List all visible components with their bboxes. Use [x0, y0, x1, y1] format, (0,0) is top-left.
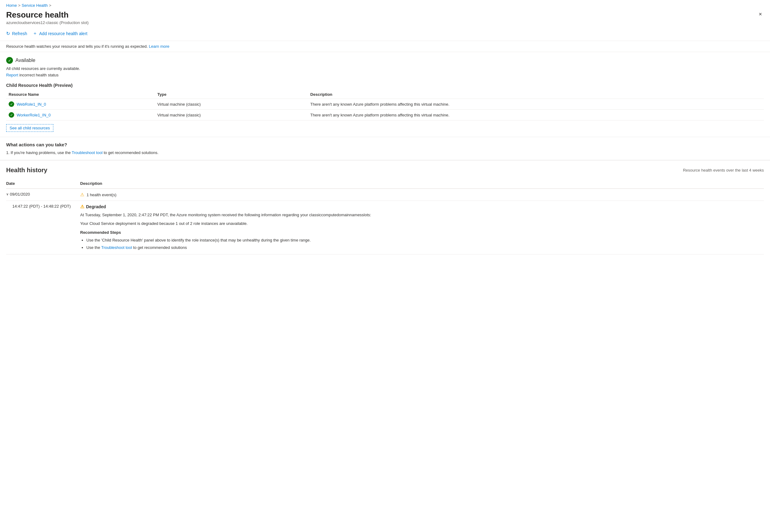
- desc-line2: Your Cloud Service deployment is degrade…: [80, 221, 764, 227]
- row-status-icon: ✓: [9, 112, 14, 118]
- chevron-down-icon: ∨: [6, 192, 9, 196]
- history-event-cell: ⚠ 1 health event(s): [80, 189, 764, 201]
- health-history-section: Health history Resource health events ov…: [0, 160, 770, 254]
- history-detail-row: 14:47:22 (PDT) - 14:48:22 (PDT) ⚠ Degrad…: [6, 201, 764, 254]
- status-label: Available: [15, 58, 35, 63]
- status-icon: ✓: [6, 57, 13, 64]
- resource-name-cell: ✓ WorkerRole1_IN_0: [6, 110, 155, 120]
- breadcrumb-sep1: >: [18, 3, 21, 8]
- history-table: Date Description ∨ 09/01/2020 ⚠ 1 health…: [6, 179, 764, 254]
- refresh-label: Refresh: [12, 31, 27, 36]
- status-available: ✓ Available: [6, 57, 764, 64]
- resource-name-cell: ✓ WebRole1_IN_0: [6, 99, 155, 110]
- breadcrumb-sep2: >: [49, 3, 51, 8]
- col-resource-name: Resource Name: [6, 90, 155, 99]
- table-row: ✓ WebRole1_IN_0 Virtual machine (classic…: [6, 99, 764, 110]
- table-row: ✓ WorkerRole1_IN_0 Virtual machine (clas…: [6, 110, 764, 120]
- action-suffix: to get recommended solutions.: [103, 150, 158, 155]
- breadcrumb: Home > Service Health >: [0, 0, 770, 9]
- breadcrumb-home[interactable]: Home: [6, 3, 17, 8]
- add-alert-button[interactable]: ＋ Add resource health alert: [33, 29, 90, 38]
- report-link[interactable]: Report: [6, 73, 18, 77]
- see-all-button[interactable]: See all child resources: [6, 124, 53, 132]
- resource-type-cell: Virtual machine (classic): [155, 110, 308, 120]
- add-alert-label: Add resource health alert: [39, 31, 87, 36]
- toolbar: ↻ Refresh ＋ Add resource health alert: [0, 27, 770, 41]
- history-col-date: Date: [6, 179, 80, 189]
- step-item: Use the Troubleshoot tool to get recomme…: [86, 244, 764, 251]
- history-date-row: ∨ 09/01/2020 ⚠ 1 health event(s): [6, 189, 764, 201]
- alert-icon: ⚠: [80, 204, 84, 209]
- resource-desc-cell: There aren't any known Azure platform pr…: [308, 110, 764, 120]
- resource-name-link[interactable]: WebRole1_IN_0: [17, 102, 46, 107]
- history-time-range: 14:47:22 (PDT) - 14:48:22 (PDT): [6, 201, 80, 254]
- step-item: Use the 'Child Resource Health' panel ab…: [86, 237, 764, 244]
- action-prefix: 1. If you're having problems, use the: [6, 150, 72, 155]
- history-date-cell: ∨ 09/01/2020: [6, 189, 80, 201]
- refresh-button[interactable]: ↻ Refresh: [6, 30, 30, 38]
- child-resource-section: Child Resource Health (Preview) Resource…: [0, 80, 770, 120]
- report-row: Report incorrect health status: [6, 73, 764, 77]
- history-title: Health history: [6, 167, 47, 174]
- steps-list: Use the 'Child Resource Health' panel ab…: [80, 237, 764, 251]
- row-status-icon: ✓: [9, 101, 14, 107]
- report-suffix: incorrect health status: [19, 73, 59, 77]
- close-button[interactable]: ×: [757, 10, 764, 18]
- troubleshoot-link-2[interactable]: Troubleshoot tool: [101, 245, 132, 250]
- info-bar: Resource health watches your resource an…: [0, 41, 770, 52]
- resource-subtitle: azurecloudservices12-classic (Production…: [6, 20, 88, 25]
- page-title: Resource health: [6, 10, 88, 20]
- history-date: 09/01/2020: [10, 192, 30, 197]
- breadcrumb-service-health[interactable]: Service Health: [22, 3, 48, 8]
- event-count: 1 health event(s): [87, 193, 116, 197]
- actions-section: What actions can you take? 1. If you're …: [0, 137, 770, 160]
- learn-more-link[interactable]: Learn more: [149, 44, 169, 49]
- col-description: Description: [308, 90, 764, 99]
- troubleshoot-link-1[interactable]: Troubleshoot tool: [72, 150, 103, 155]
- add-icon: ＋: [33, 30, 37, 36]
- resource-table-header: Resource Name Type Description: [6, 90, 764, 99]
- degraded-text: Degraded: [86, 204, 106, 209]
- warning-icon: ⚠: [80, 192, 84, 197]
- status-section: ✓ Available All child resources are curr…: [0, 52, 770, 80]
- degraded-label: ⚠ Degraded: [80, 204, 764, 209]
- page-header: Resource health azurecloudservices12-cla…: [0, 9, 770, 27]
- info-text: Resource health watches your resource an…: [6, 44, 148, 49]
- resource-desc-cell: There aren't any known Azure platform pr…: [308, 99, 764, 110]
- action-item-1: 1. If you're having problems, use the Tr…: [6, 150, 764, 155]
- child-resource-title: Child Resource Health (Preview): [6, 83, 764, 88]
- desc-line1: At Tuesday, September 1, 2020, 2:47:22 P…: [80, 212, 764, 218]
- refresh-icon: ↻: [6, 31, 10, 36]
- history-table-header: Date Description: [6, 179, 764, 189]
- resource-type-cell: Virtual machine (classic): [155, 99, 308, 110]
- history-col-desc: Description: [80, 179, 764, 189]
- status-description: All child resources are currently availa…: [6, 66, 764, 71]
- history-header: Health history Resource health events ov…: [6, 167, 764, 174]
- actions-title: What actions can you take?: [6, 142, 764, 147]
- history-detail-desc: ⚠ Degraded At Tuesday, September 1, 2020…: [80, 201, 764, 254]
- resource-table: Resource Name Type Description ✓ WebRole…: [6, 90, 764, 120]
- history-subtitle: Resource health events over the last 4 w…: [683, 168, 764, 173]
- col-type: Type: [155, 90, 308, 99]
- resource-name-link[interactable]: WorkerRole1_IN_0: [17, 113, 51, 117]
- recommended-steps-label: Recommended Steps: [80, 230, 764, 235]
